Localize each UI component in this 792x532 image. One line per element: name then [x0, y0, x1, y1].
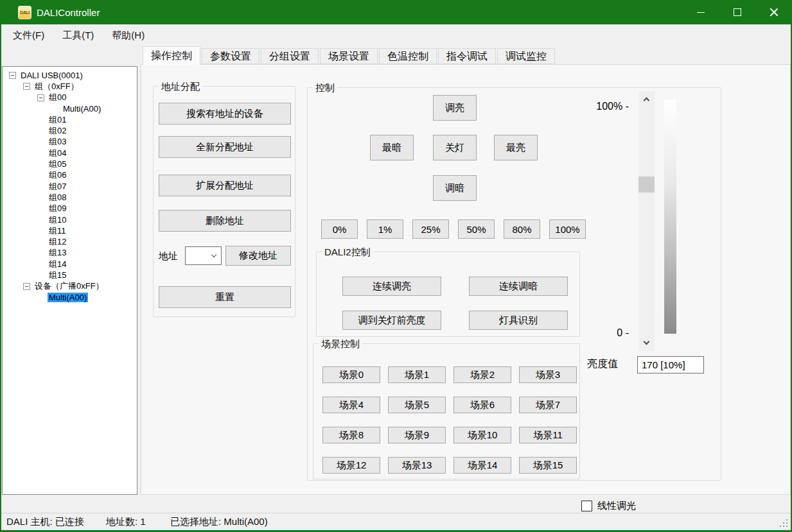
brightness-value-field[interactable]: 170 [10%] — [637, 356, 704, 373]
tree-item-7[interactable]: 组04 — [3, 148, 137, 159]
tree-item-11[interactable]: 组08 — [3, 192, 137, 203]
percent-button-80%[interactable]: 80% — [504, 219, 540, 239]
brighten-button[interactable]: 调亮 — [433, 95, 477, 121]
tree-item-15[interactable]: 组12 — [3, 236, 137, 247]
tree-item-8[interactable]: 组05 — [3, 159, 137, 169]
lamp-off-button[interactable]: 关灯 — [433, 135, 477, 160]
scroll-down-button[interactable] — [638, 336, 655, 350]
tab-6[interactable]: 调试监控 — [497, 48, 555, 64]
tree-item-label: 组01 — [48, 114, 67, 126]
scene-button-1[interactable]: 场景1 — [388, 366, 446, 383]
app-icon: DALI — [18, 6, 31, 19]
scene-button-12[interactable]: 场景12 — [322, 457, 380, 474]
tab-5[interactable]: 指令调试 — [438, 48, 496, 64]
scene-button-7[interactable]: 场景7 — [519, 397, 577, 413]
linear-dimming-checkbox[interactable] — [581, 501, 592, 511]
scene-button-11[interactable]: 场景11 — [519, 427, 577, 443]
device-tree[interactable]: DALI USB(0001)组（0xFF）组00Multi(A00)组01组02… — [2, 66, 137, 495]
tab-1[interactable]: 参数设置 — [202, 48, 260, 64]
brightness-min-label: 0 - — [584, 327, 629, 339]
percent-button-100%[interactable]: 100% — [549, 219, 586, 239]
reset-button[interactable]: 重置 — [159, 286, 291, 308]
maximize-icon — [734, 8, 741, 16]
close-button[interactable] — [755, 0, 792, 24]
recall-last-level-button[interactable]: 调到关灯前亮度 — [342, 311, 441, 330]
address-combobox[interactable] — [185, 246, 222, 265]
tree-item-14[interactable]: 组11 — [3, 225, 137, 236]
tab-4[interactable]: 色温控制 — [379, 48, 437, 64]
window-title: DALIController — [37, 7, 100, 18]
tab-2[interactable]: 分组设置 — [261, 48, 319, 64]
tab-3[interactable]: 场景设置 — [320, 48, 378, 64]
resize-grip[interactable] — [786, 526, 788, 528]
tree-collapse-icon[interactable] — [37, 94, 44, 101]
assign-extended-address-button[interactable]: 扩展分配地址 — [159, 175, 291, 196]
tree-item-label: 组02 — [48, 125, 67, 137]
tree-item-0[interactable]: DALI USB(0001) — [3, 70, 137, 81]
tree-item-20[interactable]: Multi(A00) — [3, 292, 137, 303]
tree-item-2[interactable]: 组00 — [3, 92, 137, 103]
assign-new-address-button[interactable]: 全新分配地址 — [159, 136, 291, 158]
continuous-brighten-button[interactable]: 连续调亮 — [342, 277, 441, 296]
brightness-gradient-bar — [664, 99, 676, 334]
dim-button[interactable]: 调暗 — [433, 175, 477, 201]
tab-0[interactable]: 操作控制 — [143, 46, 200, 65]
scene-button-15[interactable]: 场景15 — [519, 457, 577, 474]
tree-item-label: 组03 — [48, 136, 67, 148]
tree-item-10[interactable]: 组07 — [3, 181, 137, 192]
scroll-up-button[interactable] — [638, 92, 655, 107]
tree-item-17[interactable]: 组14 — [3, 259, 137, 270]
scrollbar-thumb[interactable] — [638, 176, 655, 193]
tab-page-operation-control: 地址分配 搜索有地址的设备 全新分配地址 扩展分配地址 删除地址 地址 修改地址… — [141, 64, 791, 495]
status-host: DALI 主机: 已连接 — [6, 513, 84, 530]
percent-button-25%[interactable]: 25% — [412, 219, 449, 239]
tree-collapse-icon[interactable] — [23, 83, 30, 90]
tree-item-18[interactable]: 组15 — [3, 270, 137, 280]
percent-button-1%[interactable]: 1% — [367, 219, 403, 239]
luminaire-identify-button[interactable]: 灯具识别 — [469, 311, 568, 330]
scene-button-3[interactable]: 场景3 — [519, 366, 577, 383]
tree-item-1[interactable]: 组（0xFF） — [3, 81, 137, 92]
scene-button-10[interactable]: 场景10 — [453, 427, 511, 443]
minimize-button[interactable] — [682, 0, 719, 24]
tree-collapse-icon[interactable] — [23, 283, 30, 290]
tree-item-4[interactable]: 组01 — [3, 114, 137, 125]
scene-button-14[interactable]: 场景14 — [453, 457, 511, 474]
tree-item-5[interactable]: 组02 — [3, 125, 137, 136]
tree-item-6[interactable]: 组03 — [3, 137, 137, 148]
modify-address-button[interactable]: 修改地址 — [225, 246, 291, 266]
scene-button-5[interactable]: 场景5 — [388, 397, 446, 413]
continuous-dim-button[interactable]: 连续调暗 — [469, 277, 568, 296]
scene-button-9[interactable]: 场景9 — [388, 427, 446, 443]
scene-button-13[interactable]: 场景13 — [388, 457, 446, 474]
percent-button-50%[interactable]: 50% — [458, 219, 495, 239]
dimmest-button[interactable]: 最暗 — [370, 135, 414, 160]
tree-item-13[interactable]: 组10 — [3, 214, 137, 225]
menu-help[interactable]: 帮助(H) — [103, 24, 154, 46]
menu-file[interactable]: 文件(F) — [4, 24, 53, 46]
scene-button-4[interactable]: 场景4 — [322, 397, 380, 413]
tree-item-3[interactable]: Multi(A00) — [3, 103, 137, 114]
percent-button-0%[interactable]: 0% — [321, 219, 358, 239]
tree-item-19[interactable]: 设备（广播0xFF） — [3, 281, 137, 292]
tree-item-label: 组14 — [48, 259, 67, 270]
tree-item-label: 设备（广播0xFF） — [33, 280, 105, 292]
menu-tools[interactable]: 工具(T) — [53, 24, 103, 46]
tree-item-9[interactable]: 组06 — [3, 170, 137, 181]
tree-item-12[interactable]: 组09 — [3, 203, 137, 214]
brightest-button[interactable]: 最亮 — [494, 135, 538, 160]
scene-button-8[interactable]: 场景8 — [322, 427, 380, 443]
maximize-button[interactable] — [719, 0, 755, 24]
brightness-scrollbar[interactable] — [638, 91, 655, 351]
scene-button-0[interactable]: 场景0 — [322, 366, 380, 383]
tree-item-16[interactable]: 组13 — [3, 248, 137, 259]
scene-button-2[interactable]: 场景2 — [453, 366, 511, 383]
tree-item-label: 组15 — [48, 270, 67, 281]
status-selected-address: 已选择地址: Multi(A00) — [170, 513, 268, 530]
tree-item-label: 组11 — [48, 225, 67, 237]
tree-collapse-icon[interactable] — [9, 72, 16, 79]
search-addressed-devices-button[interactable]: 搜索有地址的设备 — [159, 103, 291, 124]
delete-address-button[interactable]: 删除地址 — [159, 210, 291, 232]
scene-button-6[interactable]: 场景6 — [453, 397, 511, 413]
address-group-title: 地址分配 — [159, 80, 202, 93]
